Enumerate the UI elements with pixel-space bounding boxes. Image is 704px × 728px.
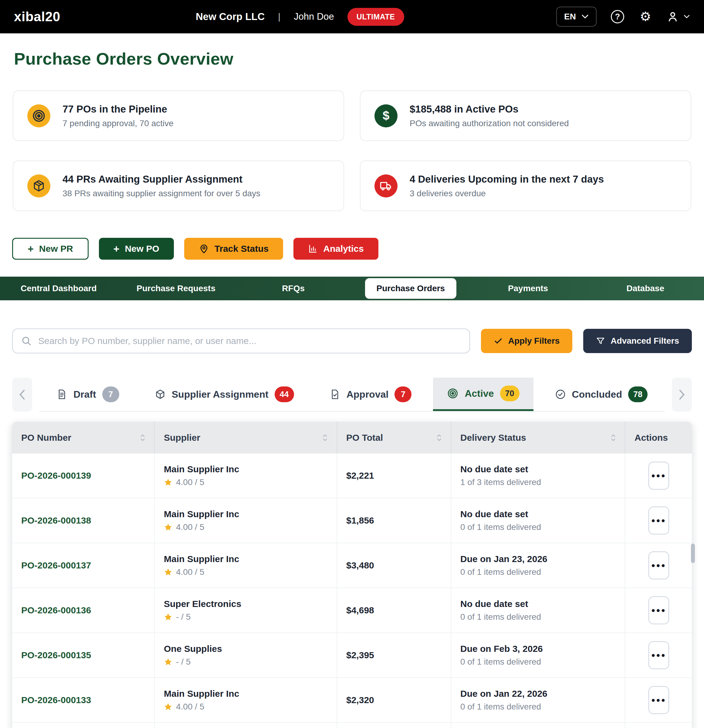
po-number-link[interactable]: PO-2026-000139: [21, 471, 145, 481]
po-number-link[interactable]: PO-2026-000133: [21, 695, 145, 705]
po-table: PO Number Supplier PO Total Delivery Sta…: [12, 422, 692, 728]
stat-title: 4 Deliveries Upcoming in the next 7 days: [410, 173, 604, 185]
sort-icon: [322, 433, 327, 442]
nav-item-purchase-requests[interactable]: Purchase Requests: [117, 278, 235, 299]
column-header-po-number[interactable]: PO Number: [12, 422, 155, 454]
nav-item-central-dashboard[interactable]: Central Dashboard: [0, 278, 117, 299]
actions-cell: ●●●: [625, 678, 692, 722]
user-icon: [666, 10, 679, 23]
search-input[interactable]: [38, 336, 461, 346]
tab-supplier-assignment[interactable]: Supplier Assignment 44: [141, 378, 308, 411]
row-actions-button[interactable]: ●●●: [649, 686, 669, 714]
table-row: PO-2026-000135 One Supplies - / 5 $2,395…: [12, 633, 692, 678]
delivery-status-detail: 0 of 1 items delivered: [460, 702, 616, 712]
row-actions-button[interactable]: ●●●: [649, 597, 669, 624]
row-actions-button[interactable]: ●●●: [649, 641, 669, 669]
supplier-rating: 4.00 / 5: [164, 702, 327, 712]
po-number-cell: PO-2026-000137: [12, 543, 155, 588]
chevron-right-icon: [678, 389, 686, 400]
search-box: [12, 328, 470, 353]
language-selector[interactable]: EN: [556, 7, 597, 27]
delivery-status-title: No due date set: [460, 464, 616, 474]
supplier-cell: Main Supplier Inc 4.00 / 5: [155, 454, 337, 498]
tabs-scroll-right-button[interactable]: [672, 378, 692, 412]
row-actions-button[interactable]: ●●●: [649, 552, 669, 579]
help-icon[interactable]: ?: [610, 10, 624, 24]
supplier-cell: Main Supplier Inc 4.00 / 5: [155, 543, 337, 588]
truck-icon: [374, 175, 398, 198]
po-total-cell: $3,480: [337, 543, 451, 588]
actions-cell: ●●●: [625, 454, 692, 498]
advanced-filters-button[interactable]: Advanced Filters: [583, 329, 692, 353]
column-header-delivery-status[interactable]: Delivery Status: [451, 422, 625, 454]
delivery-status-title: Due on Jan 23, 2026: [460, 554, 616, 564]
tabs-scroll-left-button[interactable]: [12, 378, 32, 412]
tab-concluded[interactable]: Concluded 78: [541, 378, 662, 411]
status-tabs: Draft 7 Supplier Assignment 44 Approval …: [12, 378, 692, 412]
po-total-cell: $2,320: [337, 678, 451, 722]
tab-count-badge: 7: [395, 386, 412, 402]
po-number-link[interactable]: PO-2026-000135: [21, 650, 145, 660]
row-actions-button[interactable]: ●●●: [649, 462, 669, 490]
supplier-cell: One Supplies - / 5: [155, 633, 337, 677]
stat-subtitle: 3 deliveries overdue: [410, 189, 604, 198]
pin-icon: [199, 244, 209, 254]
ellipsis-icon: ●●●: [651, 607, 666, 614]
nav-item-payments[interactable]: Payments: [470, 278, 587, 299]
search-icon: [21, 336, 32, 346]
delivery-status-cell: Due on Jan 22, 2026 0 of 1 items deliver…: [451, 678, 625, 722]
ellipsis-icon: ●●●: [651, 517, 666, 524]
column-header-supplier[interactable]: Supplier: [155, 422, 337, 454]
table-scrollbar-thumb[interactable]: [691, 543, 695, 563]
stat-subtitle: POs awaiting authorization not considere…: [410, 118, 569, 128]
dollar-icon: $: [374, 104, 398, 127]
row-actions-button[interactable]: ●●●: [649, 507, 669, 534]
supplier-name: Main Supplier Inc: [164, 554, 327, 564]
po-total-cell: $2,221: [337, 454, 451, 498]
po-number-link[interactable]: PO-2026-000138: [21, 516, 145, 526]
supplier-name: One Supplies: [164, 644, 327, 654]
supplier-cell: Super Electronics - / 5: [155, 588, 337, 633]
nav-item-database[interactable]: Database: [587, 278, 704, 299]
delivery-status-cell: No due date set 0 of 1 items delivered: [451, 588, 625, 633]
analytics-button[interactable]: Analytics: [293, 238, 378, 260]
supplier-cell: Main Supplier Inc 4.00 / 5: [155, 678, 337, 722]
new-po-button[interactable]: + New PO: [99, 238, 174, 260]
separator: |: [278, 12, 280, 22]
ellipsis-icon: ●●●: [651, 651, 666, 659]
po-number-link[interactable]: PO-2026-000137: [21, 560, 145, 571]
settings-icon[interactable]: ⚙: [639, 10, 652, 24]
chevron-left-icon: [18, 389, 26, 400]
supplier-cell: Main Supplier Inc 4.00 / 5: [155, 498, 337, 543]
star-icon: [164, 613, 172, 621]
table-row: PO-2026-000136 Super Electronics - / 5 $…: [12, 588, 692, 633]
nav-item-rfqs[interactable]: RFQs: [234, 278, 352, 299]
po-number-link[interactable]: PO-2026-000136: [21, 605, 145, 615]
tab-active[interactable]: Active 70: [433, 378, 533, 411]
new-pr-button[interactable]: + New PR: [12, 238, 89, 260]
table-row: PO-2026-000133 Main Supplier Inc 4.00 / …: [12, 678, 692, 723]
plan-badge: ULTIMATE: [347, 8, 404, 26]
app-logo: xibal20: [14, 9, 61, 24]
delivery-status-title: Due on Feb 3, 2026: [460, 644, 616, 654]
document-check-icon: [330, 389, 340, 400]
column-header-po-total[interactable]: PO Total: [337, 422, 451, 454]
tab-draft[interactable]: Draft 7: [42, 378, 133, 411]
stat-card-deliveries: 4 Deliveries Upcoming in the next 7 days…: [360, 160, 691, 211]
table-row-partial: [12, 723, 692, 728]
track-status-button[interactable]: Track Status: [184, 238, 283, 260]
plus-icon: +: [27, 244, 34, 254]
po-number-cell: PO-2026-000133: [12, 678, 155, 722]
user-menu[interactable]: [666, 10, 690, 23]
package-icon: [27, 175, 51, 198]
delivery-status-detail: 0 of 1 items delivered: [460, 567, 616, 577]
table-row: PO-2026-000139 Main Supplier Inc 4.00 / …: [12, 454, 692, 498]
account-context: New Corp LLC | John Doe ULTIMATE: [196, 0, 404, 33]
tab-count-badge: 7: [102, 386, 119, 402]
tab-count-badge: 44: [275, 386, 294, 402]
nav-item-purchase-orders[interactable]: Purchase Orders: [352, 278, 470, 299]
tab-approval[interactable]: Approval 7: [315, 378, 426, 411]
apply-filters-button[interactable]: Apply Filters: [481, 329, 572, 353]
po-total-cell: $1,856: [337, 498, 451, 543]
topbar-actions: EN ? ⚙: [556, 7, 690, 27]
